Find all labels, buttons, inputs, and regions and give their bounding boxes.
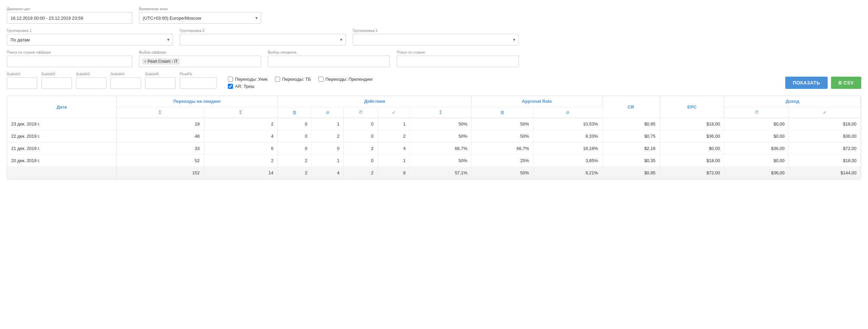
subid1-input[interactable] [7,77,37,89]
totals-date-cell [7,167,117,179]
actions-sigma-cell: 2 [204,155,278,167]
totals-row: 152 14 2 4 2 8 57,1% 50% 9,21% $0,95 $72… [7,167,861,179]
col-actions-group-header: Действия [278,96,472,107]
offer-country-input[interactable] [7,56,132,67]
sub-ar-sigma: Σ [410,107,472,118]
pixelfb-input[interactable] [180,77,217,89]
checkbox-prelanding[interactable] [318,77,323,82]
landing-label: Выбор лендинга [268,50,390,54]
income-circle-cell: $0,00 [659,142,724,155]
ban-icon: ⊘ [566,110,570,115]
subid2-input[interactable] [41,77,72,89]
ar-sigma-cell: 66,7% [410,142,472,155]
group3-select[interactable] [353,34,519,45]
offer-tag[interactable]: × Pearl Cream - IT [142,58,180,64]
table-row: 23 дек. 2019 г. 19 2 0 1 0 1 50% 50% 10,… [7,118,861,130]
date-range-input[interactable] [7,12,132,24]
totals-ar-trash: 50% [472,167,533,179]
date-cell: 20 дек. 2019 г. [7,155,117,167]
checkbox-tb[interactable] [275,77,280,82]
actions-clock2-cell: 0 [344,118,378,130]
trash-icon: 🗑 [500,110,505,115]
epc-cell: $0,35 [602,155,659,167]
checkbox-ar-tresh[interactable] [228,84,233,89]
totals-actions-check: 8 [378,167,410,179]
group1-label: Группировка 1 [7,28,173,33]
actions-trash-cell: 0 [278,118,312,130]
sigma-icon: Σ [239,110,242,115]
income-circle-cell: $36,00 [659,130,724,142]
epc-cell: $2,18 [602,142,659,155]
timezone-label: Временная зона [139,7,261,11]
offer-tag-remove-icon[interactable]: × [144,59,146,63]
income-check-cell: $72,00 [789,142,861,155]
income-check-cell: $18,00 [789,118,861,130]
col-income-group-header: Доход [724,96,861,107]
totals-actions-trash: 2 [278,167,312,179]
country-search-label: Поиск по стране [397,50,519,54]
actions-clock-cell: 0 [312,142,344,155]
trans-sigma-cell: 52 [117,155,204,167]
subid5-input[interactable] [145,77,176,89]
totals-trans-sigma: 152 [117,167,204,179]
cr-cell: 10,53% [533,118,602,130]
totals-cr: 9,21% [533,167,602,179]
ar-trash-cell: 66,7% [472,142,533,155]
show-button[interactable]: ПОКАЗАТЬ [785,77,827,89]
sub-actions-trash: 🗑 [278,107,312,118]
country-search-input[interactable] [397,56,519,67]
landing-input[interactable] [268,56,390,67]
actions-clock-cell: 2 [312,130,344,142]
checkbox-ar-tresh-label: AR: Треш [235,84,254,89]
sub-income-check: ✓ [789,107,861,118]
actions-check-cell: 2 [378,130,410,142]
income-check-cell: $36,00 [789,130,861,142]
group2-select[interactable] [180,34,346,45]
actions-sigma-cell: 6 [204,142,278,155]
totals-income-check: $144,00 [789,167,861,179]
col-transitions-group-header: Переходы на лендинг [117,96,278,107]
actions-clock2-cell: 0 [344,155,378,167]
clock-icon: ⏱ [754,110,759,115]
income-check-cell: $18,00 [789,155,861,167]
csv-button[interactable]: В CSV [831,77,861,89]
cr-cell: 18,18% [533,142,602,155]
sub-actions-check: ✓ [378,107,410,118]
totals-ar-sigma: 57,1% [410,167,472,179]
epc-cell: $0,95 [602,118,659,130]
group1-select[interactable]: По датам [7,34,173,45]
totals-actions-clock: 4 [312,167,344,179]
sub-actions-clock: ⏱ [344,107,378,118]
subid4-label: SubId#4 [111,72,141,76]
checkbox-uniq-label: Переходы: Уник [235,77,268,82]
income-circle-cell: $18,00 [659,155,724,167]
actions-clock-cell: 1 [312,155,344,167]
date-cell: 21 дек. 2019 г. [7,142,117,155]
subid1-label: SubId#1 [7,72,37,76]
actions-clock-cell: 1 [312,118,344,130]
subid3-input[interactable] [76,77,106,89]
income-clock-cell: $36,00 [724,142,789,155]
totals-actions-sigma: 14 [204,167,278,179]
col-cr-header: CR [602,96,659,118]
trans-sigma-cell: 33 [117,142,204,155]
cr-cell: 8,33% [533,130,602,142]
timezone-select[interactable]: (UTC+03:00) Europe/Moscow [139,12,261,24]
sub-actions-circle: ⊘ [312,107,344,118]
sub-ar-trash: 🗑 [472,107,533,118]
cr-cell: 3,85% [533,155,602,167]
data-table: Дата Переходы на лендинг Действия Approv… [7,96,861,179]
checkbox-uniq[interactable] [228,77,233,82]
totals-income-clock: $36,00 [724,167,789,179]
col-approval-group-header: Approval Rate [472,96,602,107]
ar-trash-cell: 50% [472,118,533,130]
table-row: 22 дек. 2019 г. 48 4 0 2 0 2 50% 50% 8,3… [7,130,861,142]
actions-clock2-cell: 2 [344,142,378,155]
date-cell: 23 дек. 2019 г. [7,118,117,130]
totals-income-circle: $72,00 [659,167,724,179]
pixelfb-label: PixelFb [180,72,217,76]
offer-tag-input[interactable]: × Pearl Cream - IT [139,56,261,67]
subid4-input[interactable] [111,77,141,89]
offer-select-label: Выбор оффера [139,50,261,54]
actions-check-cell: 4 [378,142,410,155]
